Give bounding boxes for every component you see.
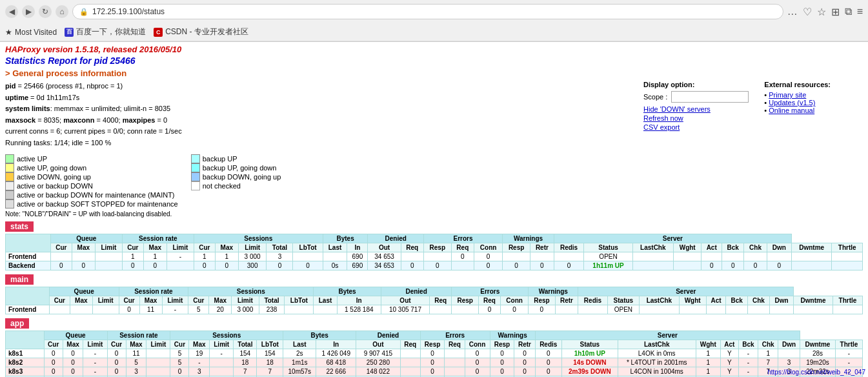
right-panel: Display option: Scope : Hide 'DOWN' serv… <box>643 81 863 131</box>
url-text: 172.25.19.100/status <box>92 7 165 16</box>
table-row: k8s2 00- 05 5-18181m1s 68 418250 280 0 0… <box>6 358 863 367</box>
col-queue: Queue <box>50 234 122 243</box>
updates-link[interactable]: Updates (v1.5) <box>769 99 815 107</box>
app-section-header: app <box>5 318 29 329</box>
haproxy-version: HAProxy version 1.5.18, released 2016/05… <box>5 45 863 54</box>
baidu-icon: 百 <box>65 28 74 37</box>
col-denied: Denied <box>368 234 423 243</box>
scope-input[interactable] <box>671 91 749 103</box>
display-options-title: Display option: <box>643 81 749 88</box>
lock-icon: 🔒 <box>79 8 88 16</box>
general-section-title: > General process information <box>5 68 863 78</box>
reload-button[interactable]: ↻ <box>39 5 52 18</box>
col-server: Server <box>554 234 791 243</box>
th-max-s: Max <box>215 243 238 252</box>
stats-section-header: stats <box>5 221 34 232</box>
hide-down-link[interactable]: Hide 'DOWN' servers <box>643 105 749 113</box>
bookmarks-bar: ★ Most Visited 百 百度一下，你就知道 C CSDN - 专业开发… <box>0 23 868 41</box>
table-row: Backend 00 00 00300000s 69034 653 00 00 … <box>6 261 863 270</box>
sidebar-icon[interactable]: ⊞ <box>831 6 840 18</box>
th-thrtle: Thrtle <box>832 243 863 252</box>
th-total-s: Total <box>267 243 293 252</box>
th-max-q: Max <box>72 243 95 252</box>
th-last: Last <box>323 243 347 252</box>
th-cur-sr: Cur <box>122 243 143 252</box>
display-options: Display option: Scope : Hide 'DOWN' serv… <box>643 81 749 131</box>
th-redis: Redis <box>554 243 584 252</box>
heart-icon[interactable]: ♡ <box>803 6 812 18</box>
th-chk: Chk <box>744 243 767 252</box>
bookmark-most-visited[interactable]: ★ Most Visited <box>5 28 57 37</box>
menu-dots-icon[interactable]: … <box>787 6 798 17</box>
th-dwn: Dwn <box>767 243 791 252</box>
th-bck: Bck <box>722 243 744 252</box>
star-icon[interactable]: ☆ <box>817 6 826 18</box>
address-bar[interactable]: 🔒 172.25.19.100/status <box>72 4 783 19</box>
primary-site-link[interactable]: Primary site <box>769 91 806 99</box>
th-lbtot: LbTot <box>293 243 323 252</box>
col-warnings: Warnings <box>503 234 554 243</box>
tab-icon[interactable]: ⧉ <box>845 6 852 17</box>
table-row: Frontend 11- 113 0003 69034 653 00 OPEN <box>6 252 863 261</box>
th-in: In <box>347 243 368 252</box>
col-errors: Errors <box>423 234 502 243</box>
star-bookmark-icon: ★ <box>5 28 12 37</box>
th-cur-s: Cur <box>194 243 215 252</box>
legend: active UP active UP, going down active D… <box>5 154 633 209</box>
th-limit-sr: Limit <box>167 243 194 252</box>
table-row: k8s3 00- 03 037710m57s 22 666148 022 0 0… <box>6 367 863 376</box>
th-retr: Retr <box>530 243 554 252</box>
external-resources: External resources: • Primary site • Upd… <box>764 81 831 131</box>
refresh-link[interactable]: Refresh now <box>643 114 749 122</box>
app-table: Queue Session rate Sessions Bytes Denied… <box>5 331 863 377</box>
page-content: HAProxy version 1.5.18, released 2016/05… <box>0 42 868 377</box>
col-bytes: Bytes <box>323 234 368 243</box>
browser-menu: … ♡ ☆ ⊞ ⧉ ≡ <box>787 6 863 18</box>
row-label: k8s3 <box>6 367 45 376</box>
th-cur-q: Cur <box>50 243 72 252</box>
home-button[interactable]: ⌂ <box>56 5 68 18</box>
online-manual-link[interactable]: Online manual <box>769 107 814 114</box>
th-wght: Wght <box>673 243 701 252</box>
scope-label: Scope : <box>643 93 667 101</box>
table-row: k8s1 00- 011 519-1541542s 1 426 0499 907… <box>6 349 863 358</box>
th-conn-e: Conn <box>474 243 502 252</box>
th-limit-q: Limit <box>95 243 122 252</box>
csv-export-link[interactable]: CSV export <box>643 123 749 131</box>
row-label: k8s1 <box>6 349 45 358</box>
col-session-rate: Session rate <box>122 234 194 243</box>
process-info: pid = 25466 (process #1, nbproc = 1) upt… <box>5 81 633 149</box>
row-label: k8s2 <box>6 358 45 367</box>
browser-nav: ◀ ▶ ↻ ⌂ 🔒 172.25.19.100/status … ♡ ☆ ⊞ ⧉… <box>0 0 868 23</box>
row-label: Backend <box>6 261 51 270</box>
main-section-header: main <box>5 274 34 285</box>
app-section: app Queue Session rate Sessions Bytes De… <box>5 318 863 377</box>
th-status: Status <box>584 243 632 252</box>
th-out: Out <box>368 243 401 252</box>
back-button[interactable]: ◀ <box>5 5 18 18</box>
main-section: main Queue Session rate Sessions Bytes D… <box>5 274 863 314</box>
col-sessions: Sessions <box>194 234 323 243</box>
footer-url: https://blog.csdn.net/weib_42_047 <box>767 369 865 376</box>
browser-footer: https://blog.csdn.net/weib_42_047 <box>767 369 865 376</box>
th-dwntme: Dwntme <box>791 243 831 252</box>
stats-table: Queue Session rate Sessions Bytes Denied… <box>5 234 863 270</box>
external-resources-title: External resources: <box>764 81 831 88</box>
bookmark-csdn[interactable]: C CSDN - 专业开发者社区 <box>154 26 248 37</box>
row-label: Frontend <box>6 252 51 261</box>
th-req-d: Req <box>401 243 423 252</box>
browser-chrome: ◀ ▶ ↻ ⌂ 🔒 172.25.19.100/status … ♡ ☆ ⊞ ⧉… <box>0 0 868 42</box>
row-label: Frontend <box>6 305 50 314</box>
legend-note: Note: "NOLB"/"DRAIN" = UP with load-bala… <box>5 210 633 218</box>
stats-section: stats Queue Session rate Sessions Bytes … <box>5 221 863 270</box>
th-resp-d: Resp <box>423 243 451 252</box>
th-max-sr: Max <box>143 243 167 252</box>
main-table: Queue Session rate Sessions Bytes Denied… <box>5 287 863 314</box>
stats-report-title: Statistics Report for pid 25466 <box>5 56 863 66</box>
bookmark-baidu[interactable]: 百 百度一下，你就知道 <box>65 26 146 37</box>
hamburger-icon[interactable]: ≡ <box>857 6 863 17</box>
th-limit-s: Limit <box>238 243 267 252</box>
forward-button[interactable]: ▶ <box>22 5 35 18</box>
th-act: Act <box>701 243 722 252</box>
th-req-e: Req <box>451 243 474 252</box>
